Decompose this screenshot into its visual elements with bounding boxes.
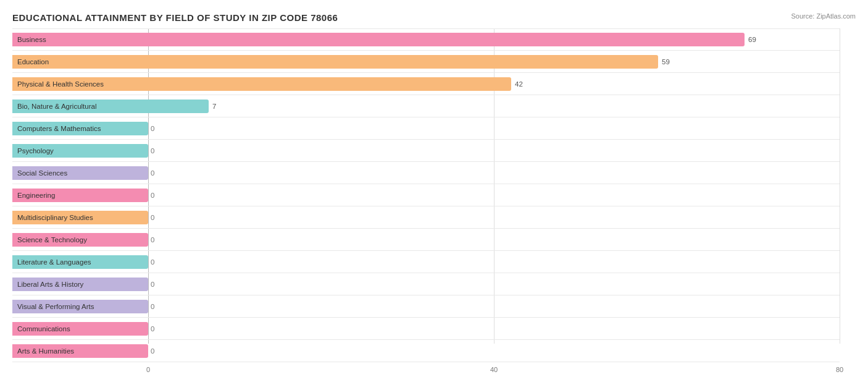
bar-value: 0 [151, 125, 154, 132]
bar: Multidisciplinary Studies [12, 211, 148, 224]
bar-row: Engineering0 [12, 184, 840, 206]
x-tick: 40 [490, 366, 498, 373]
bar-row: Arts & Humanities0 [12, 340, 840, 362]
bar: Visual & Performing Arts [12, 300, 148, 313]
bar-row: Education59 [12, 51, 840, 73]
bar-row: Science & Technology0 [12, 229, 840, 251]
bar: Education [12, 55, 658, 69]
bar-value: 0 [151, 281, 154, 288]
bar-value: 0 [151, 192, 154, 199]
bar-row: Visual & Performing Arts0 [12, 295, 840, 318]
bar-label: Arts & Humanities [17, 347, 74, 355]
bar-label: Business [17, 36, 46, 43]
bar-chart: Business69Education59Physical & Health S… [12, 28, 856, 366]
bar-label: Education [17, 58, 49, 66]
bar: Literature & Languages [12, 255, 148, 269]
bar-label: Physical & Health Sciences [17, 80, 104, 88]
bar-row: Communications0 [12, 318, 840, 340]
bar-row: Business69 [12, 28, 840, 51]
bar: Liberal Arts & History [12, 278, 148, 291]
bar: Science & Technology [12, 233, 148, 247]
bar: Communications [12, 322, 148, 336]
bar-value: 0 [151, 347, 154, 355]
bar-label: Bio, Nature & Agricultural [17, 103, 96, 110]
bar-value: 59 [662, 58, 670, 66]
bar-label: Liberal Arts & History [17, 281, 83, 288]
bar-row: Social Sciences0 [12, 162, 840, 184]
bar-label: Computers & Mathematics [17, 125, 101, 132]
bar-label: Psychology [17, 147, 54, 155]
source-label: Source: ZipAtlas.com [791, 12, 856, 20]
bar: Arts & Humanities [12, 344, 148, 358]
chart-title: EDUCATIONAL ATTAINMENT BY FIELD OF STUDY… [12, 12, 338, 23]
bar-row: Psychology0 [12, 140, 840, 162]
bar-label: Science & Technology [17, 236, 87, 244]
bar-value: 7 [212, 103, 216, 110]
bar: Bio, Nature & Agricultural [12, 100, 209, 113]
bar-value: 0 [151, 147, 154, 155]
bar: Physical & Health Sciences [12, 77, 511, 91]
bar-row: Bio, Nature & Agricultural7 [12, 95, 840, 117]
bar-value: 0 [151, 258, 154, 266]
bar-value: 0 [151, 236, 154, 244]
bar-row: Literature & Languages0 [12, 251, 840, 273]
x-tick: 0 [146, 366, 150, 373]
bar: Psychology [12, 144, 148, 158]
bar-value: 69 [748, 36, 756, 43]
bar-value: 42 [515, 80, 523, 88]
bar-label: Multidisciplinary Studies [17, 214, 93, 221]
bar: Social Sciences [12, 166, 148, 180]
bar-row: Liberal Arts & History0 [12, 273, 840, 295]
bar-label: Social Sciences [17, 169, 67, 177]
bar-row: Physical & Health Sciences42 [12, 73, 840, 95]
bar-value: 0 [151, 325, 154, 333]
bar-row: Computers & Mathematics0 [12, 117, 840, 140]
chart-container: EDUCATIONAL ATTAINMENT BY FIELD OF STUDY… [12, 12, 856, 366]
bar-value: 0 [151, 214, 154, 221]
bar: Business [12, 33, 745, 46]
bar-value: 0 [151, 303, 154, 310]
bar-label: Engineering [17, 192, 55, 199]
bar-label: Visual & Performing Arts [17, 303, 94, 310]
bar: Engineering [12, 189, 148, 202]
bar-label: Communications [17, 325, 70, 333]
bar-row: Multidisciplinary Studies0 [12, 206, 840, 229]
bar-label: Literature & Languages [17, 258, 91, 266]
bar-value: 0 [151, 169, 154, 177]
bar: Computers & Mathematics [12, 122, 148, 135]
x-tick: 80 [836, 366, 843, 373]
bars-container: Business69Education59Physical & Health S… [12, 28, 840, 362]
